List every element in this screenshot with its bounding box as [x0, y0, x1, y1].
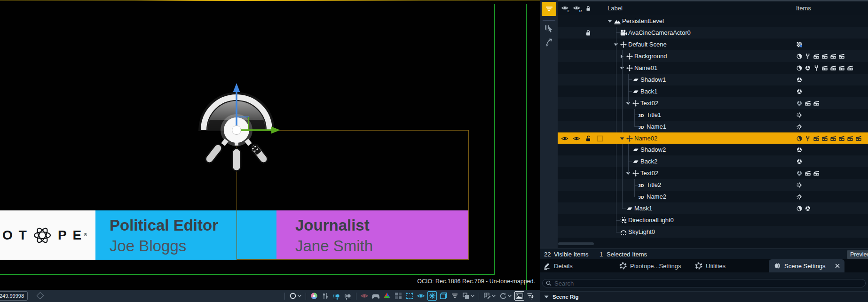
frame-cyan-icon[interactable]: [438, 291, 449, 301]
eye-icon[interactable]: [573, 135, 580, 142]
para-icon: [632, 76, 639, 84]
wrench-indicator-icon: [805, 135, 811, 142]
star-box-icon[interactable]: [426, 291, 438, 301]
scene-rig-section[interactable]: Scene Rig: [540, 292, 868, 302]
eye-editor-icon[interactable]: E: [561, 4, 570, 13]
image-box-icon[interactable]: [513, 291, 525, 301]
tree-row-title1[interactable]: 3DTitle1: [558, 109, 868, 121]
filter-lines-icon[interactable]: [449, 291, 460, 301]
tree-row-default scene[interactable]: Default Scene: [558, 39, 868, 50]
tree-row-background[interactable]: Background: [558, 50, 868, 62]
tree-row-directionallight0[interactable]: DirectionalLight0: [558, 214, 868, 226]
label-column-header: Label: [608, 5, 623, 12]
tree-row-skylight0[interactable]: SkyLight0: [558, 226, 868, 238]
lock-icon[interactable]: [584, 29, 592, 37]
adjust-sliders-icon[interactable]: [320, 291, 331, 301]
chevron-down-icon: [544, 295, 549, 299]
expander-icon[interactable]: [608, 19, 612, 23]
camera-frustum-line-left: [494, 4, 495, 274]
unlock-icon[interactable]: [584, 135, 592, 142]
tree-row-back1[interactable]: Back1: [558, 85, 868, 97]
clap-indicator-icon: [813, 53, 820, 60]
grid-squares-icon[interactable]: [393, 291, 404, 301]
toolbar-divider: [479, 293, 479, 300]
row-label: AvaCineCameraActor0: [628, 29, 691, 36]
lock-column-icon[interactable]: [585, 4, 592, 13]
viewport-toolbar: 249.99998: [0, 290, 540, 302]
pixoball-icon: [773, 262, 781, 270]
tree-row-mask1[interactable]: Mask1: [558, 202, 868, 214]
viewport[interactable]: OT PE ® Political Editor Joe Bloggs Jour…: [0, 0, 540, 302]
circle-dropdown-icon[interactable]: [287, 291, 303, 301]
filter-flash-icon[interactable]: [525, 291, 536, 301]
eye-icon[interactable]: [561, 135, 568, 142]
row-label: Name02: [634, 135, 657, 142]
tree-row-text02[interactable]: Text02: [558, 97, 868, 109]
tab-pixotope-settings[interactable]: Pixotope...Settings: [619, 259, 681, 272]
rotate-dropdown-icon[interactable]: [497, 291, 513, 301]
ball-indicator-icon: [796, 88, 803, 95]
cross-indicator-icon: [796, 111, 803, 119]
select-mode-icon[interactable]: [544, 23, 554, 33]
ball-indicator-icon: [796, 146, 803, 154]
viewport-top-border: [0, 0, 540, 1]
items-column-header: Items: [796, 5, 811, 12]
outliner-header: E R Label Items: [558, 1, 868, 15]
threeD-icon: 3D: [638, 111, 646, 119]
search-input[interactable]: [554, 280, 842, 287]
search-box[interactable]: [542, 279, 866, 287]
para-icon: [632, 146, 639, 154]
eye-runtime-icon[interactable]: R: [573, 4, 582, 13]
waves-inactive-icon[interactable]: [342, 291, 354, 301]
gamepad-icon[interactable]: [370, 291, 381, 301]
rgb-triangle-icon[interactable]: [381, 291, 393, 301]
tree-row-text02[interactable]: Text02: [558, 167, 868, 179]
selected-label: Selected Items: [607, 251, 647, 258]
select-frame-icon[interactable]: [404, 291, 415, 301]
tree-row-shadow1[interactable]: Shadow1: [558, 74, 868, 85]
waves-active-icon[interactable]: [331, 291, 342, 301]
scrollbar-stub[interactable]: [558, 242, 594, 245]
close-icon[interactable]: [835, 263, 840, 268]
tree-row-persistentlevel[interactable]: PersistentLevel: [558, 15, 868, 27]
half-indicator-icon: [796, 135, 803, 142]
threeD-icon: 3D: [638, 181, 646, 189]
eye-red-icon[interactable]: [359, 291, 370, 301]
sun-icon: [620, 217, 627, 224]
expander-icon[interactable]: [620, 137, 624, 140]
filter-button[interactable]: [542, 2, 556, 16]
tree-row-name01[interactable]: Name01: [558, 62, 868, 74]
tree-guide-stub: [616, 220, 620, 221]
grid-pen-dropdown-icon[interactable]: [481, 291, 497, 301]
eye-cyan-icon[interactable]: [415, 291, 426, 301]
tab-details[interactable]: Details: [543, 259, 573, 272]
level-icon: [614, 17, 621, 25]
clap-indicator-icon: [813, 170, 820, 177]
color-wheel-icon[interactable]: [308, 291, 320, 301]
tree-row-back2[interactable]: Back2: [558, 155, 868, 167]
tree-guide-line: [628, 74, 629, 103]
layers-dropdown-icon[interactable]: [460, 291, 476, 301]
box-icon[interactable]: [596, 135, 604, 142]
row-label: Back1: [640, 88, 657, 95]
tree-row-shadow2[interactable]: Shadow2: [558, 144, 868, 155]
tab-utilities[interactable]: Utilities: [695, 259, 726, 272]
tab-scene-settings[interactable]: Scene Settings: [769, 259, 844, 272]
ball-indicator-icon: [805, 205, 811, 212]
diamond-icon[interactable]: [37, 292, 44, 300]
tree-guide-stub: [616, 232, 620, 232]
tree-row-name1[interactable]: 3DName1: [558, 121, 868, 132]
tree-row-name2[interactable]: 3DName2: [558, 191, 868, 202]
row-label: Background: [634, 53, 667, 60]
coordinate-field[interactable]: 249.99998: [0, 291, 28, 301]
transform-gizmo[interactable]: [193, 80, 292, 178]
preview-button[interactable]: Preview: [847, 250, 868, 259]
tree-guide-stub: [634, 115, 638, 115]
tree-row-name02[interactable]: Name02: [558, 132, 868, 144]
tree-row-avacinecameraactor0[interactable]: AvaCineCameraActor0: [558, 27, 868, 39]
tree-row-title2[interactable]: 3DTitle2: [558, 179, 868, 191]
pan-mode-icon[interactable]: [544, 37, 554, 47]
row-label: Back2: [640, 158, 657, 165]
tree-guide-line: [616, 27, 616, 232]
tree-guide-stub: [634, 197, 638, 197]
